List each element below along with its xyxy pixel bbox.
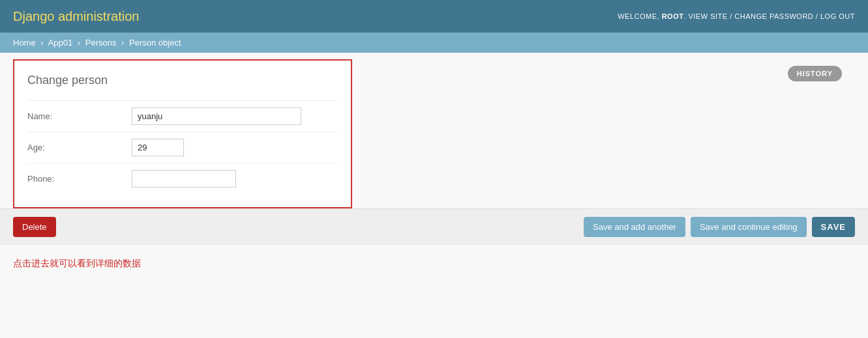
phone-input-wrapper: [132, 170, 236, 188]
age-label: Age:: [27, 143, 132, 152]
submit-left: Delete: [13, 217, 56, 237]
age-input[interactable]: [132, 139, 184, 156]
breadcrumb-current: Person object: [129, 38, 181, 48]
site-header: Django administration WELCOME, ROOT. VIE…: [0, 0, 868, 33]
change-password-link[interactable]: CHANGE PASSWORD: [734, 12, 813, 20]
object-tools: HISTORY: [788, 66, 842, 81]
welcome-text: WELCOME,: [618, 12, 659, 20]
save-continue-button[interactable]: Save and continue editing: [691, 217, 807, 237]
name-input[interactable]: [132, 107, 301, 125]
breadcrumb-separator-2: ›: [78, 38, 80, 48]
delete-button[interactable]: Delete: [13, 217, 56, 237]
save-add-button[interactable]: Save and add another: [584, 217, 685, 237]
phone-row: Phone:: [27, 163, 338, 194]
name-label: Name:: [27, 111, 132, 121]
site-title: Django administration: [13, 9, 139, 24]
save-button[interactable]: SAVE: [812, 217, 855, 237]
submit-row: Delete Save and add another Save and con…: [0, 208, 868, 245]
breadcrumb-app[interactable]: App01: [48, 38, 73, 48]
phone-label: Phone:: [27, 174, 132, 184]
age-row: Age:: [27, 132, 338, 163]
phone-input[interactable]: [132, 170, 236, 188]
name-row: Name:: [27, 100, 338, 132]
log-out-link[interactable]: LOG OUT: [820, 12, 855, 20]
breadcrumb-home[interactable]: Home: [13, 38, 36, 48]
age-input-wrapper: [132, 139, 184, 156]
user-tools: WELCOME, ROOT. VIEW SITE / CHANGE PASSWO…: [618, 12, 855, 20]
submit-right: Save and add another Save and continue e…: [584, 217, 855, 237]
breadcrumbs: Home › App01 › Persons › Person object: [0, 33, 868, 53]
form-title: Change person: [27, 74, 338, 87]
breadcrumb-separator-1: ›: [40, 38, 43, 48]
breadcrumb-separator-3: ›: [121, 38, 124, 48]
name-input-wrapper: [132, 107, 301, 125]
breadcrumb-model[interactable]: Persons: [85, 38, 117, 48]
footer-note: 点击进去就可以看到详细的数据: [0, 245, 868, 283]
view-site-link[interactable]: VIEW SITE: [689, 12, 728, 20]
top-row: Change person Name: Age: Phone:: [0, 53, 868, 208]
history-button[interactable]: HISTORY: [788, 66, 842, 81]
change-form: Change person Name: Age: Phone:: [13, 59, 352, 208]
username: ROOT: [662, 12, 684, 20]
